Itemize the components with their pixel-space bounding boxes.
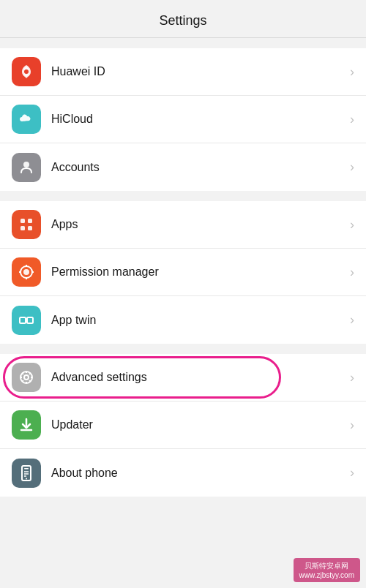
svg-line-24: [23, 380, 23, 381]
apps-chevron: ›: [350, 217, 354, 233]
permission-icon-wrapper: [12, 257, 41, 287]
apptwin-label: App twin: [51, 314, 344, 327]
app-twin-item[interactable]: App twin ›: [0, 296, 366, 344]
updater-label: Updater: [51, 418, 344, 431]
header: Settings: [0, 0, 366, 37]
settings-screen: Settings Huawei ID › HiCloud: [0, 0, 366, 497]
apptwin-chevron: ›: [350, 312, 354, 328]
permission-label: Permission manager: [51, 265, 344, 279]
updater-item[interactable]: Updater ›: [0, 402, 366, 449]
svg-line-21: [23, 374, 23, 374]
svg-line-22: [29, 380, 30, 381]
svg-line-23: [29, 374, 30, 374]
watermark-line1: 贝斯特安卓网: [299, 561, 354, 571]
advanced-settings-label: Advanced settings: [51, 371, 344, 384]
hicloud-icon: [17, 110, 36, 129]
about-label: About phone: [51, 467, 344, 480]
svg-rect-12: [20, 317, 26, 323]
gap-top: [0, 38, 366, 48]
hicloud-label: HiCloud: [51, 113, 344, 126]
apps-icon-wrapper: [12, 210, 41, 239]
gap-3: [0, 344, 366, 354]
huawei-id-chevron: ›: [350, 64, 354, 80]
apps-icon: [17, 215, 36, 234]
accounts-icon-wrapper: [12, 153, 41, 182]
accounts-item[interactable]: Accounts ›: [0, 143, 366, 191]
hicloud-icon-wrapper: [12, 105, 41, 134]
updater-icon-wrapper: [12, 410, 41, 440]
svg-point-7: [23, 269, 29, 275]
about-icon-wrapper: [12, 459, 41, 488]
svg-rect-26: [24, 468, 29, 470]
advanced-icon: [17, 368, 36, 387]
account-section: Huawei ID › HiCloud › Accounts ›: [0, 48, 366, 191]
permission-icon: [17, 263, 36, 282]
svg-point-16: [24, 375, 29, 380]
accounts-icon: [17, 158, 36, 177]
watermark: 贝斯特安卓网 www.zjbstyy.com: [294, 558, 360, 582]
huawei-id-item[interactable]: Huawei ID ›: [0, 48, 366, 96]
hicloud-item[interactable]: HiCloud ›: [0, 96, 366, 143]
advanced-icon-wrapper: [12, 363, 41, 392]
permission-manager-item[interactable]: Permission manager ›: [0, 249, 366, 296]
gap-2: [0, 191, 366, 201]
advanced-settings-item[interactable]: Advanced settings ›: [0, 354, 366, 402]
huawei-id-label: Huawei ID: [51, 65, 344, 78]
apps-section: Apps › Permission manager ›: [0, 201, 366, 344]
page-title: Settings: [159, 13, 206, 28]
svg-rect-4: [20, 226, 25, 230]
svg-rect-5: [28, 226, 32, 230]
svg-point-0: [24, 69, 29, 74]
svg-point-15: [20, 372, 32, 383]
huawei-id-icon-wrapper: [12, 57, 41, 86]
apps-label: Apps: [51, 218, 344, 231]
apptwin-icon-wrapper: [12, 306, 41, 335]
advanced-section: Advanced settings › Updater ›: [0, 354, 366, 497]
apps-item[interactable]: Apps ›: [0, 201, 366, 249]
svg-point-30: [26, 478, 27, 479]
hicloud-chevron: ›: [350, 112, 354, 127]
about-phone-item[interactable]: About phone ›: [0, 449, 366, 497]
apptwin-icon: [17, 311, 36, 330]
updater-chevron: ›: [350, 418, 354, 433]
about-chevron: ›: [350, 465, 354, 480]
svg-point-1: [23, 162, 29, 167]
accounts-chevron: ›: [350, 159, 354, 175]
huawei-icon: [17, 62, 36, 81]
permission-chevron: ›: [350, 265, 354, 280]
accounts-label: Accounts: [51, 161, 344, 174]
svg-rect-13: [27, 317, 33, 323]
about-icon: [17, 464, 36, 483]
svg-rect-3: [28, 219, 32, 223]
updater-icon: [17, 415, 36, 434]
svg-rect-2: [20, 219, 25, 223]
advanced-chevron: ›: [350, 370, 354, 385]
watermark-line2: www.zjbstyy.com: [299, 571, 354, 579]
